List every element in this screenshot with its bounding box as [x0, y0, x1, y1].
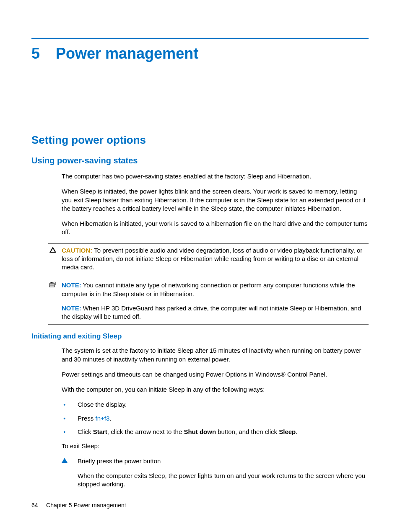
chapter-number: 5 [31, 45, 40, 62]
note-label: NOTE: [62, 305, 81, 312]
step-triangle-icon [62, 458, 68, 463]
bullet-list: Close the display. Press fn+f3. Click St… [62, 400, 369, 436]
paragraph: With the computer on, you can initiate S… [62, 385, 369, 394]
list-item: Click Start, click the arrow next to the… [62, 428, 369, 436]
chapter-heading: 5 Power management [31, 45, 369, 62]
paragraph: To exit Sleep: [62, 442, 369, 450]
paragraph: When Hibernation is initiated, your work… [62, 220, 369, 237]
subsection-heading: Using power-saving states [31, 156, 369, 165]
list-item: Close the display. [62, 400, 369, 409]
chapter-title: Power management [56, 45, 198, 62]
chapter-rule [31, 38, 369, 39]
note-icon [48, 281, 57, 289]
svg-rect-0 [49, 284, 55, 287]
footer-label: Chapter 5 Power management [46, 502, 126, 509]
subsubsection-heading: Initiating and exiting Sleep [31, 332, 369, 341]
list-item: Press fn+f3. [62, 414, 369, 423]
page-number: 64 [31, 502, 38, 509]
paragraph: The computer has two power-saving states… [62, 172, 369, 181]
paragraph: When Sleep is initiated, the power light… [62, 187, 369, 213]
page-footer: 64 Chapter 5 Power management [31, 502, 126, 509]
note-text: You cannot initiate any type of networki… [62, 281, 355, 297]
paragraph: The system is set at the factory to init… [62, 346, 369, 364]
note-callout: NOTE: You cannot initiate any type of ne… [48, 279, 369, 325]
caution-text: To prevent possible audio and video degr… [62, 247, 362, 271]
section-heading: Setting power options [31, 134, 369, 147]
key-combo: fn+f3 [96, 415, 110, 422]
note-text: When HP 3D DriveGuard has parked a drive… [62, 305, 361, 320]
paragraph: Power settings and timeouts can be chang… [62, 370, 369, 379]
caution-label: CAUTION: [62, 247, 92, 254]
step-item: Briefly press the power button When the … [62, 457, 369, 488]
caution-callout: CAUTION: To prevent possible audio and v… [48, 243, 369, 276]
note-label: NOTE: [62, 281, 81, 289]
caution-icon [48, 247, 57, 254]
